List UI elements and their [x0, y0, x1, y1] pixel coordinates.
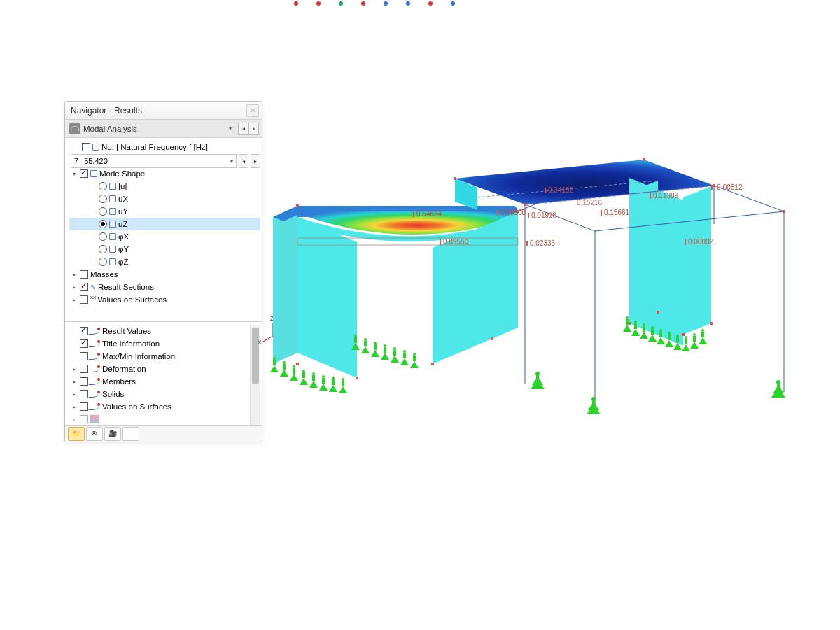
prev-analysis-button[interactable]: ◂	[238, 122, 248, 135]
freq-dropdown-row: 7 55.420 ▾ ◂ ▸	[69, 155, 260, 167]
radio-u-abs[interactable]	[99, 182, 107, 190]
result-values-icon	[90, 328, 100, 335]
navigator-header[interactable]: Navigator - Results ✕	[65, 102, 262, 120]
values-icon: x.x	[90, 294, 95, 300]
svg-rect-25	[454, 177, 456, 180]
mode-phiy[interactable]: φY	[69, 243, 260, 255]
mode-uy[interactable]: uY	[69, 205, 260, 218]
val-11: 0.00002	[685, 238, 713, 246]
model-viewport[interactable]: Z Y X	[266, 105, 812, 455]
navigator-panel: Navigator - Results ✕ Modal Analysis ▾ ◂…	[64, 101, 262, 442]
freq-val: 55.420	[84, 157, 108, 165]
mode-shape-icon	[90, 170, 97, 177]
val-7: 0.15216	[577, 199, 602, 206]
tab-views[interactable]: 👁	[86, 427, 103, 441]
mode-shape-node[interactable]: ▾ Mode Shape	[69, 167, 260, 180]
opt-deformation[interactable]: ▸ Deformation	[69, 363, 250, 375]
toolbar-fragment	[0, 0, 840, 8]
svg-rect-24	[491, 337, 493, 340]
val-3: 0.08500	[497, 209, 526, 216]
freq-icon	[92, 144, 99, 150]
mode-u-abs[interactable]: |u|	[69, 180, 260, 192]
mode-ux[interactable]: uX	[69, 192, 260, 205]
freq-prev-button[interactable]: ◂	[239, 154, 248, 168]
display-options: Result Values Title Information Max/Min …	[65, 321, 262, 425]
opt-result-values[interactable]: Result Values	[69, 325, 250, 337]
svg-marker-5	[298, 217, 357, 378]
val-4: 0.01918	[528, 211, 556, 219]
svg-line-2	[263, 336, 273, 342]
chevron-down-icon[interactable]: ▾	[225, 122, 235, 135]
axis-x: X	[258, 339, 262, 346]
mode-phix[interactable]: φX	[69, 230, 260, 243]
tab-project[interactable]: 📁	[68, 427, 85, 441]
svg-rect-19	[296, 204, 299, 207]
next-analysis-button[interactable]: ▸	[248, 122, 259, 135]
svg-rect-33	[783, 210, 785, 213]
analysis-icon	[69, 123, 80, 134]
val-5: 0.02333	[526, 239, 555, 247]
chevron-down-icon[interactable]: ▾	[230, 158, 233, 164]
freq-header-row[interactable]: No. | Natural Frequency f [Hz]	[69, 141, 260, 153]
mode-phiz[interactable]: φZ	[69, 255, 260, 268]
freq-no: 7	[74, 157, 78, 165]
collapse-icon[interactable]: ▾	[71, 170, 78, 177]
svg-rect-32	[657, 311, 659, 314]
opt-values-on-surfaces[interactable]: ▸ Values on Surfaces	[69, 400, 250, 413]
tab-camera[interactable]: 🎥	[104, 427, 121, 441]
close-icon[interactable]: ✕	[246, 104, 259, 117]
mode-uz[interactable]: uZ	[69, 218, 260, 230]
svg-rect-22	[356, 377, 358, 379]
svg-marker-3	[273, 206, 298, 364]
opt-maxmin[interactable]: Max/Min Information	[69, 350, 250, 363]
expand-icon[interactable]: ▸	[71, 271, 78, 278]
scroll-thumb[interactable]	[252, 328, 259, 384]
val-6: 0.34192	[545, 186, 573, 194]
svg-rect-31	[710, 322, 713, 325]
opt-solids[interactable]: ▸ Solids	[69, 388, 250, 400]
val-8: 0.15661	[601, 209, 629, 216]
values-on-surfaces-node[interactable]: ▸ x.x Values on Surfaces	[69, 293, 260, 306]
val-1: 0.54634	[413, 210, 442, 218]
svg-rect-26	[643, 158, 645, 161]
opt-more[interactable]: ▸	[69, 413, 250, 425]
svg-rect-28	[524, 203, 526, 206]
val-9: 0.11389	[650, 192, 678, 200]
masses-node[interactable]: ▸ Masses	[69, 268, 260, 281]
gradient-icon	[90, 415, 99, 424]
opt-title-info[interactable]: Title Information	[69, 337, 250, 350]
val-10: -0.00512	[711, 183, 742, 191]
results-tree: No. | Natural Frequency f [Hz] 7 55.420 …	[65, 138, 262, 321]
freq-next-button[interactable]: ▸	[251, 154, 260, 168]
svg-rect-30	[682, 333, 685, 336]
footer-tabs: 📁 👁 🎥	[65, 425, 262, 442]
result-sections-node[interactable]: ▸ ✎ Result Sections	[69, 281, 260, 293]
analysis-label: Modal Analysis	[83, 125, 222, 133]
analysis-selector[interactable]: Modal Analysis ▾ ◂ ▸	[65, 120, 262, 138]
svg-rect-21	[296, 363, 299, 365]
val-2: 0.89550	[440, 238, 468, 246]
opt-members[interactable]: ▸ Members	[69, 375, 250, 388]
mode-shape-checkbox[interactable]	[80, 169, 88, 178]
tab-results[interactable]	[122, 427, 139, 441]
freq-checkbox[interactable]	[82, 143, 90, 151]
svg-rect-23	[431, 363, 434, 365]
navigator-title: Navigator - Results	[71, 106, 142, 115]
frequency-select[interactable]: 7 55.420 ▾	[71, 154, 237, 168]
